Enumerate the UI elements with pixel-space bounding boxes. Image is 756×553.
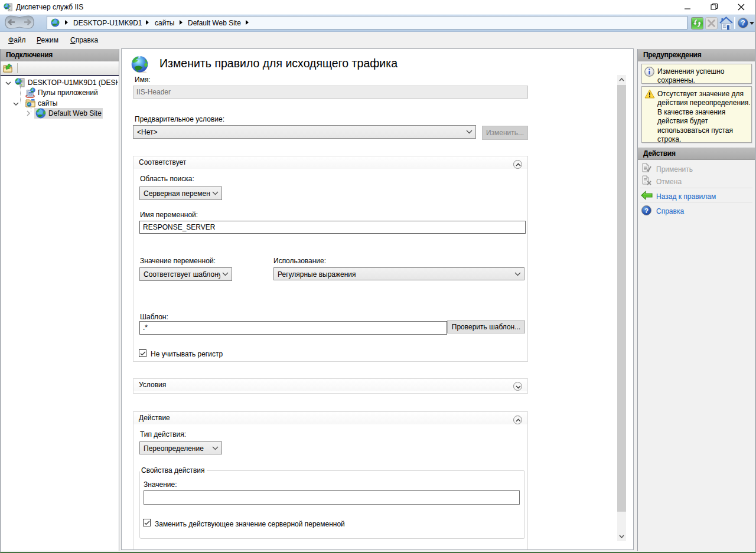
svg-text:?: ? — [644, 207, 649, 214]
svg-text:?: ? — [741, 19, 745, 27]
